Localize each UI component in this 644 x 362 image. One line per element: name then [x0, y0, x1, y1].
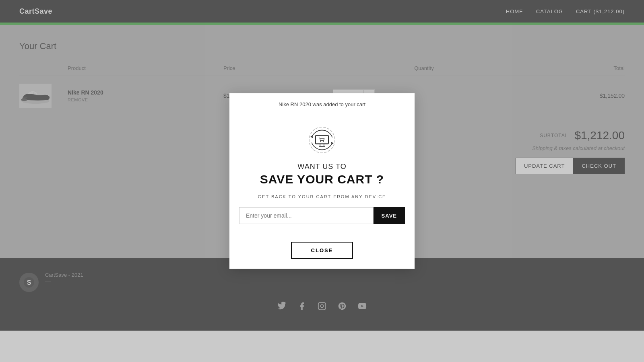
- modal-subtitle: GET BACK TO YOUR CART FROM ANY DEVICE: [239, 194, 405, 199]
- modal-header: Nike RN 2020 was added to your cart: [229, 93, 415, 114]
- modal-overlay: Nike RN 2020 was added to your cart: [0, 0, 644, 362]
- modal-title-large: SAVE YOUR CART ?: [239, 173, 405, 186]
- cart-save-icon: [306, 124, 338, 156]
- modal-body: WANT US TO SAVE YOUR CART ? GET BACK TO …: [229, 114, 415, 242]
- modal-title-small: WANT US TO: [239, 162, 405, 171]
- modal-added-text: Nike RN 2020 was added to your cart: [239, 101, 405, 107]
- svg-point-8: [309, 127, 335, 153]
- svg-point-15: [323, 141, 324, 142]
- email-input[interactable]: [239, 207, 374, 224]
- save-cart-modal: Nike RN 2020 was added to your cart: [229, 93, 415, 269]
- close-button[interactable]: CLOSE: [291, 242, 353, 259]
- save-button[interactable]: SAVE: [374, 207, 405, 224]
- modal-footer: CLOSE: [229, 242, 415, 269]
- svg-point-14: [320, 141, 321, 142]
- modal-form: SAVE: [239, 207, 405, 224]
- svg-rect-9: [316, 136, 328, 144]
- modal-cart-icon: [306, 124, 338, 156]
